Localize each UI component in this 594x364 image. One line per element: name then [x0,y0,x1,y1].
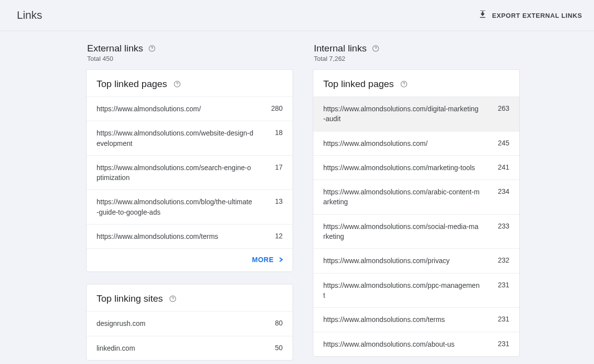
row-url: designrush.com [97,318,254,328]
row-count: 233 [493,222,509,230]
table-row[interactable]: https://www.almondsolutions.com/marketin… [313,155,519,180]
row-url: https://www.almondsolutions.com/social-m… [323,222,481,242]
svg-point-10 [403,86,404,86]
row-count: 13 [266,197,283,205]
content: External links Total 450 Top linked page… [0,31,594,364]
row-url: https://www.almondsolutions.com/search-e… [97,163,254,183]
row-count: 232 [493,256,509,264]
rows-container: https://www.almondsolutions.com/digital-… [313,96,519,356]
external-top-linked-pages-card: Top linked pages https://www.almondsolut… [86,69,293,272]
internal-top-linked-pages-card: Top linked pages https://www.almondsolut… [313,69,520,357]
help-icon[interactable] [173,80,181,88]
help-icon[interactable] [148,45,156,52]
page-title: Links [17,9,42,22]
card-title: Top linked pages [97,79,167,90]
rows-container: designrush.com80linkedin.com50 [87,311,293,360]
table-row[interactable]: https://www.almondsolutions.com/245 [313,131,519,155]
table-row[interactable]: linkedin.com50 [87,336,293,360]
svg-rect-0 [480,17,486,18]
chevron-right-icon [279,257,284,262]
row-url: https://www.almondsolutions.com/arabic-c… [323,187,481,207]
table-row[interactable]: https://www.almondsolutions.com/privacy2… [313,248,519,273]
row-url: https://www.almondsolutions.com/website-… [97,128,254,148]
row-url: https://www.almondsolutions.com/about-us [323,339,481,349]
row-count: 231 [493,315,509,323]
row-count: 17 [266,163,283,171]
help-icon[interactable] [400,80,408,88]
row-url: https://www.almondsolutions.com/ppc-mana… [323,280,481,301]
table-row[interactable]: designrush.com80 [87,311,293,335]
row-url: https://www.almondsolutions.com/digital-… [323,104,481,124]
row-url: https://www.almondsolutions.com/terms [97,231,254,241]
table-row[interactable]: https://www.almondsolutions.com/ppc-mana… [313,273,519,308]
export-label: EXPORT EXTERNAL LINKS [492,12,582,19]
more-label: MORE [252,256,274,264]
row-count: 241 [493,163,509,171]
row-count: 231 [493,339,509,348]
card-title: Top linked pages [323,79,394,90]
more-button[interactable]: MORE [252,256,284,264]
internal-links-header: Internal links Total 7,262 [314,43,520,62]
page-header: Links EXPORT EXTERNAL LINKS [0,0,594,31]
row-count: 80 [266,318,283,327]
export-external-links-button[interactable]: EXPORT EXTERNAL LINKS [478,10,582,21]
svg-point-4 [177,86,177,86]
table-row[interactable]: https://www.almondsolutions.com/social-m… [313,214,519,249]
table-row[interactable]: https://www.almondsolutions.com/website-… [87,121,293,155]
row-url: https://www.almondsolutions.com/blog/the… [97,197,254,217]
download-icon [478,10,487,21]
table-row[interactable]: https://www.almondsolutions.com/about-us… [313,332,519,356]
external-links-title: External links [87,43,143,54]
table-row[interactable]: https://www.almondsolutions.com/blog/the… [87,189,293,224]
row-url: linkedin.com [97,343,254,353]
row-count: 50 [266,343,283,352]
table-row[interactable]: https://www.almondsolutions.com/arabic-c… [313,180,519,214]
svg-point-6 [173,300,173,301]
row-url: https://www.almondsolutions.com/ [97,104,254,114]
row-url: https://www.almondsolutions.com/ [323,138,481,148]
row-url: https://www.almondsolutions.com/marketin… [323,163,481,173]
row-count: 12 [266,231,283,240]
help-icon[interactable] [169,295,177,303]
row-url: https://www.almondsolutions.com/terms [323,315,481,324]
row-count: 263 [493,104,509,112]
internal-links-column: Internal links Total 7,262 Top linked pa… [313,43,520,364]
svg-point-8 [375,50,376,50]
row-count: 234 [493,187,509,195]
row-count: 280 [266,104,283,112]
table-row[interactable]: https://www.almondsolutions.com/search-e… [87,155,293,190]
table-row[interactable]: https://www.almondsolutions.com/280 [87,96,293,121]
row-url: https://www.almondsolutions.com/privacy [323,256,481,266]
svg-point-2 [152,50,152,50]
internal-links-subtitle: Total 7,262 [314,55,520,62]
table-row[interactable]: https://www.almondsolutions.com/terms231 [313,307,519,331]
internal-links-title: Internal links [314,43,367,54]
external-links-subtitle: Total 450 [87,55,293,62]
table-row[interactable]: https://www.almondsolutions.com/digital-… [313,96,519,131]
table-row[interactable]: https://www.almondsolutions.com/terms12 [87,224,293,248]
external-links-header: External links Total 450 [87,43,293,62]
row-count: 18 [266,128,283,136]
help-icon[interactable] [372,45,380,52]
rows-container: https://www.almondsolutions.com/280https… [87,96,293,248]
row-count: 245 [493,138,509,147]
external-links-column: External links Total 450 Top linked page… [86,43,293,364]
external-top-linking-sites-card: Top linking sites designrush.com80linked… [86,284,293,361]
row-count: 231 [493,280,509,289]
card-title: Top linking sites [97,293,163,304]
